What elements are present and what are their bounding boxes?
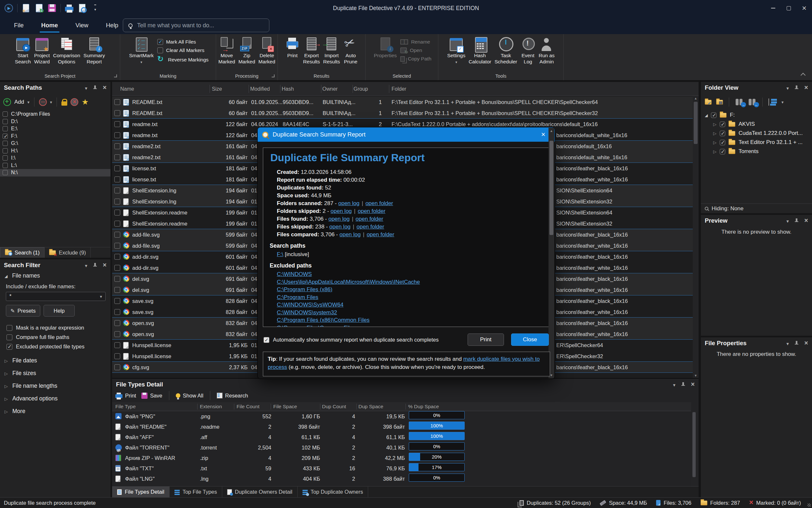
filter-checkbox-row[interactable]: Compare full file paths <box>6 333 104 342</box>
toolbar-show-all-button[interactable]: Show All <box>176 393 204 399</box>
file-type-row[interactable]: Файл "TXT".txt59433 КБ1676,9 КБ17% <box>112 463 691 473</box>
tree-item[interactable]: Text Editor Pro 32.1.1 + ... <box>701 138 812 147</box>
pin-icon[interactable] <box>795 218 798 223</box>
tab-top-duplicate-owners[interactable]: Top Duplicate Owners <box>298 486 368 497</box>
column-header-filecount[interactable]: File Count <box>236 402 260 411</box>
column-header-owner[interactable]: Owner <box>322 82 337 96</box>
chevron-down-icon[interactable] <box>787 84 789 91</box>
search-path-item[interactable]: N:\ <box>0 169 110 176</box>
search-path-item[interactable]: F:\ <box>0 133 110 140</box>
path-checkbox[interactable] <box>3 134 8 139</box>
ribbon-settings-button[interactable]: Settings <box>446 36 467 65</box>
column-header-group[interactable]: Group <box>354 82 368 96</box>
path-checkbox[interactable] <box>3 112 8 117</box>
search-path-item[interactable]: C:\Program Files <box>0 111 110 118</box>
tab-file[interactable]: File <box>5 16 33 34</box>
table-row[interactable]: README.txt60 байт01.09.2025...9503DBD9..… <box>112 96 693 108</box>
close-icon[interactable] <box>103 262 106 269</box>
ribbon-comparison-options-button[interactable]: ComparisonOptions <box>51 36 82 65</box>
column-header-filespace[interactable]: File Space <box>273 402 297 411</box>
toolbar-research-button[interactable]: Research <box>217 393 248 399</box>
tree-checkbox[interactable] <box>720 140 725 145</box>
remove-dropdown-icon[interactable] <box>50 99 52 105</box>
help-button[interactable]: Help <box>44 305 75 316</box>
ribbon-export-results-button[interactable]: ExportResults <box>302 36 322 65</box>
open-folder-link[interactable]: open folder <box>356 224 384 230</box>
open-folder-link[interactable]: open folder <box>366 200 393 206</box>
path-checkbox[interactable] <box>3 148 8 154</box>
checkbox[interactable] <box>6 334 12 340</box>
open-folder-link[interactable]: open folder <box>358 208 386 214</box>
minimize-button[interactable] <box>765 0 781 16</box>
ribbon-smartmark-button[interactable]: SmartMark <box>127 36 155 65</box>
ribbon-zip-marked-button[interactable]: ZipMarked <box>237 36 257 65</box>
ribbon-event-log-button[interactable]: EventLog <box>519 36 537 65</box>
add-path-label[interactable]: Add <box>14 99 24 105</box>
ribbon-start-search-button[interactable]: StartSearch <box>13 36 33 65</box>
tab-exclude[interactable]: Exclude (9) <box>45 247 91 258</box>
clear-all-markers-checkbox[interactable] <box>157 47 163 53</box>
find-next-icon[interactable] <box>735 99 743 105</box>
dialog-launcher-icon[interactable] <box>272 75 275 77</box>
auto-show-checkbox[interactable] <box>264 337 269 343</box>
excluded-path-link[interactable]: C:\WINDOWS\system32 <box>277 309 337 316</box>
search-path-link[interactable]: F:\ <box>277 251 283 257</box>
splitter[interactable] <box>698 82 701 497</box>
pin-icon[interactable] <box>93 85 97 90</box>
column-header-filetype[interactable]: File Type <box>115 402 136 411</box>
open-folder-link[interactable]: open folder <box>366 231 394 238</box>
chevron-down-icon[interactable] <box>85 84 87 91</box>
start-search-button[interactable] <box>3 3 14 14</box>
close-icon[interactable] <box>804 217 808 224</box>
pin-icon[interactable] <box>681 382 685 387</box>
row-checkbox[interactable] <box>115 254 120 260</box>
tab-search[interactable]: Search (1) <box>0 247 45 258</box>
column-header-hash[interactable]: Hash <box>282 82 294 96</box>
checkbox[interactable] <box>6 344 12 350</box>
splitter[interactable] <box>110 82 112 497</box>
open-project-button[interactable] <box>34 3 45 14</box>
ribbon-open-button[interactable]: Open <box>400 47 431 53</box>
path-checkbox[interactable] <box>3 141 8 146</box>
ribbon-mark-all-files-button[interactable]: Mark All Files <box>157 39 209 45</box>
file-type-row[interactable]: Файл "README".readme2398 байт2398 байт10… <box>112 422 691 432</box>
ribbon-run-as-admin-button[interactable]: Run asAdmin <box>537 36 556 65</box>
chevron-down-icon[interactable] <box>673 381 676 388</box>
search-path-item[interactable]: I:\ <box>0 155 110 162</box>
expander-closed-icon[interactable] <box>713 121 717 127</box>
resize-grip[interactable] <box>807 503 811 507</box>
file-mask-combobox[interactable]: * <box>6 292 105 301</box>
path-checkbox[interactable] <box>3 163 8 168</box>
excluded-path-link[interactable]: C:\Users\lipi\AppData\Local\Microsoft\Wi… <box>277 278 420 286</box>
search-path-item[interactable]: G:\ <box>0 140 110 147</box>
open-log-link[interactable]: open log <box>340 231 361 238</box>
tree-item[interactable]: AKVIS <box>701 120 812 129</box>
tree-checkbox[interactable] <box>720 149 725 155</box>
row-checkbox[interactable] <box>115 265 120 271</box>
row-checkbox[interactable] <box>115 143 120 149</box>
file-type-row[interactable]: Файл "AFF".aff461,1 КБ461,1 КБ100% <box>112 432 691 442</box>
section-file-names[interactable]: File names <box>5 272 40 279</box>
row-checkbox[interactable] <box>115 132 120 138</box>
row-checkbox[interactable] <box>115 353 120 359</box>
tab-duplicate-owners-detail[interactable]: Duplicate Owners Detail <box>222 486 298 497</box>
ribbon-move-marked-button[interactable]: MoveMarked <box>217 36 237 65</box>
dialog-launcher-icon[interactable] <box>114 75 117 77</box>
row-checkbox[interactable] <box>115 165 120 171</box>
row-checkbox[interactable] <box>115 276 120 282</box>
remove-path-icon[interactable] <box>39 98 47 106</box>
column-header-dupspace[interactable]: Dup Space <box>358 402 384 411</box>
ribbon-auto-prune-button[interactable]: AutoPrune <box>342 36 360 65</box>
favorites-icon[interactable] <box>82 98 89 106</box>
ribbon-copy-path-button[interactable]: Copy Path <box>400 56 431 62</box>
row-checkbox[interactable] <box>115 155 120 160</box>
section-more[interactable]: More <box>5 405 102 418</box>
row-checkbox[interactable] <box>115 176 120 182</box>
ribbon-delete-marked-button[interactable]: DeleteMarked <box>257 36 277 65</box>
row-checkbox[interactable] <box>115 121 120 127</box>
excluded-path-link[interactable]: C:\Program Files (x86) <box>277 286 332 294</box>
section-advanced-options[interactable]: Advanced options <box>5 392 102 405</box>
open-folder-link[interactable]: open folder <box>356 216 383 222</box>
row-checkbox[interactable] <box>115 342 120 348</box>
ribbon-rename-button[interactable]: Rename <box>400 39 431 45</box>
